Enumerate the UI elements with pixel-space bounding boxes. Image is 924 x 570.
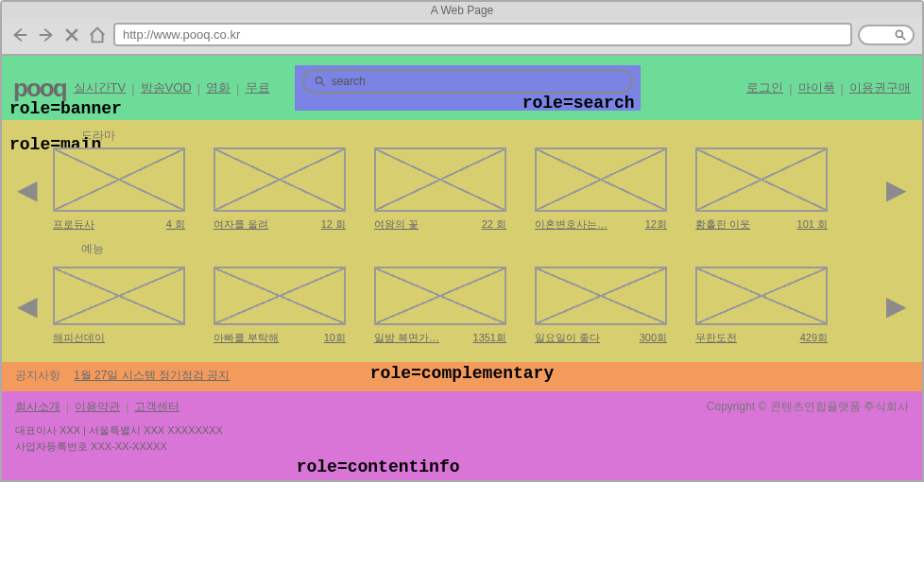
card-ep: 4 회 <box>166 217 185 232</box>
card[interactable]: 일밤 복면가…1351회 <box>374 267 506 345</box>
card[interactable]: 해피선데이 <box>53 267 185 345</box>
forward-icon[interactable] <box>36 25 57 45</box>
carousel-prev-icon[interactable]: ◀ <box>15 290 40 321</box>
thumbnail-placeholder <box>53 267 185 325</box>
browser-chrome: A Web Page http://www.pooq.co.kr <box>0 0 924 56</box>
thumbnail-placeholder <box>374 267 506 325</box>
banner-region: role=banner pooq 실시간TV| 방송VOD| 영화| 무료 ro… <box>2 56 922 120</box>
card[interactable]: 일요일이 좋다300회 <box>535 267 667 345</box>
card-title: 여왕의 꽃 <box>374 217 419 232</box>
browser-search[interactable] <box>858 25 915 45</box>
carousel-next-icon[interactable]: ▶ <box>884 174 909 205</box>
card-ep: 10회 <box>324 331 346 345</box>
browser-toolbar: http://www.pooq.co.kr <box>2 19 922 54</box>
search-input[interactable] <box>332 75 622 88</box>
notice-label: 공지사항 <box>15 368 60 384</box>
card-ep: 12회 <box>645 217 667 232</box>
carousel-next-icon[interactable]: ▶ <box>884 290 909 321</box>
card-title: 아빠를 부탁해 <box>214 331 279 345</box>
thumbnail-placeholder <box>535 267 667 325</box>
nav-free[interactable]: 무료 <box>246 79 270 96</box>
section-title-variety: 예능 <box>81 241 909 257</box>
footer-links: 회사소개| 이용약관| 고객센터 <box>15 399 180 415</box>
card[interactable]: 여왕의 꽃22 회 <box>374 147 506 232</box>
card-ep: 22 회 <box>482 217 506 232</box>
card[interactable]: 황홀한 이웃101 회 <box>695 147 828 232</box>
login-link[interactable]: 로그인 <box>746 79 783 96</box>
stop-icon[interactable] <box>62 26 81 44</box>
purchase-link[interactable]: 이용권구매 <box>849 79 911 96</box>
footer-info-2: 사업자등록번호 XXX-XX-XXXXX <box>15 439 909 455</box>
card-ep: 1351회 <box>473 331 506 345</box>
footer-about[interactable]: 회사소개 <box>15 399 60 415</box>
card-title: 무한도전 <box>695 331 737 345</box>
card[interactable]: 무한도전429회 <box>695 267 828 345</box>
footer-info-1: 대표이사 XXX | 서울특별시 XXX XXXXXXXX <box>15 423 909 439</box>
complementary-region: role=complementary 공지사항 1월 27일 시스템 정기점검 … <box>2 362 922 391</box>
thumbnail-placeholder <box>214 147 346 212</box>
carousel-prev-icon[interactable]: ◀ <box>15 174 40 205</box>
thumbnail-placeholder <box>695 267 828 325</box>
thumbnail-placeholder <box>53 147 185 212</box>
thumbnail-placeholder <box>214 267 346 325</box>
home-icon[interactable] <box>87 25 108 45</box>
card-title: 일밤 복면가… <box>374 331 439 345</box>
nav-vod[interactable]: 방송VOD <box>141 79 192 96</box>
card-ep: 429회 <box>800 331 828 345</box>
role-label-search: role=search <box>522 94 635 112</box>
role-label-contentinfo: role=contentinfo <box>297 458 460 476</box>
card[interactable]: 이혼변호사는…12회 <box>535 147 667 232</box>
card[interactable]: 아빠를 부탁해10회 <box>214 267 346 345</box>
card-title: 해피선데이 <box>53 331 105 345</box>
search-box <box>302 69 633 94</box>
contentinfo-region: role=contentinfo 회사소개| 이용약관| 고객센터 Copyri… <box>2 391 922 480</box>
section-title-drama: 드라마 <box>81 128 909 144</box>
role-label-complementary: role=complementary <box>370 364 554 383</box>
page: role=banner pooq 실시간TV| 방송VOD| 영화| 무료 ro… <box>0 56 924 482</box>
footer-terms[interactable]: 이용약관 <box>75 399 120 415</box>
nav-live-tv[interactable]: 실시간TV <box>74 79 127 96</box>
card-title: 황홀한 이웃 <box>695 217 750 232</box>
card-title: 일요일이 좋다 <box>535 331 600 345</box>
url-bar[interactable]: http://www.pooq.co.kr <box>113 23 852 46</box>
carousel-variety: ◀ 해피선데이 아빠를 부탁해10회 일밤 복면가…1351회 일요일이 좋다3… <box>15 267 909 345</box>
card[interactable]: 여자를 울려12 회 <box>214 147 346 232</box>
search-region: role=search <box>295 65 641 111</box>
logo[interactable]: pooq <box>13 74 66 103</box>
main-region: role=main 드라마 ◀ 프로듀사4 회 여자를 울려12 회 여왕의 꽃… <box>2 120 922 362</box>
thumbnail-placeholder <box>695 147 828 212</box>
main-nav: 실시간TV| 방송VOD| 영화| 무료 <box>74 79 270 96</box>
card-title: 여자를 울려 <box>214 217 268 232</box>
card-title: 프로듀사 <box>53 217 94 232</box>
card-title: 이혼변호사는… <box>535 217 607 232</box>
thumbnail-placeholder <box>535 147 667 212</box>
card-ep: 101 회 <box>797 217 828 232</box>
footer-support[interactable]: 고객센터 <box>134 399 180 415</box>
back-icon[interactable] <box>9 25 30 45</box>
card[interactable]: 프로듀사4 회 <box>53 147 185 232</box>
svg-point-1 <box>316 78 322 84</box>
user-nav: 로그인| 마이푹| 이용권구매 <box>746 79 911 96</box>
svg-point-0 <box>896 30 902 37</box>
card-ep: 300회 <box>640 331 667 345</box>
search-icon <box>314 75 326 88</box>
carousel-drama: ◀ 프로듀사4 회 여자를 울려12 회 여왕의 꽃22 회 이혼변호사는…12… <box>15 147 909 232</box>
copyright: Copyright © 콘텐츠연합플랫폼 주식회사 <box>707 399 909 415</box>
mypooq-link[interactable]: 마이푹 <box>798 79 835 96</box>
browser-title: A Web Page <box>2 2 922 19</box>
card-ep: 12 회 <box>321 217 346 232</box>
notice-link[interactable]: 1월 27일 시스템 정기점검 공지 <box>74 369 230 382</box>
nav-movie[interactable]: 영화 <box>206 79 231 96</box>
thumbnail-placeholder <box>374 147 506 212</box>
